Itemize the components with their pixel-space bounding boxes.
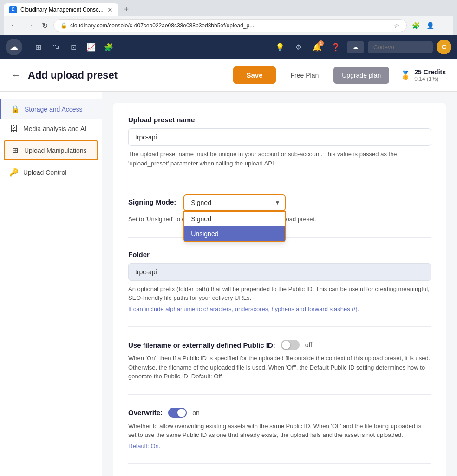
divider-5: [128, 463, 431, 464]
preset-name-group: Upload preset name The upload preset nam…: [128, 116, 431, 168]
account-search[interactable]: [368, 41, 433, 53]
nav-media-icon[interactable]: 🗂: [47, 39, 64, 55]
folder-input[interactable]: [128, 263, 431, 281]
profile-icon[interactable]: 👤: [424, 20, 437, 31]
tab-title: Cloudinary Management Conso...: [20, 7, 104, 13]
overwrite-default: Default: On.: [128, 442, 431, 451]
divider-3: [128, 326, 431, 327]
control-icon: 🔑: [9, 168, 19, 177]
tab-favicon: C: [9, 6, 17, 13]
credits-percent: 0.14 (1%): [414, 76, 446, 82]
option-unsigned-item[interactable]: Unsigned: [184, 226, 285, 241]
sidebar-item-manipulations-label: Upload Manipulations: [24, 147, 87, 154]
page-header: ← Add upload preset Save Free Plan Upgra…: [0, 59, 457, 92]
settings-icon[interactable]: ⚙: [291, 40, 306, 54]
use-filename-label: Use filename or externally defined Publi…: [128, 341, 275, 349]
divider-4: [128, 394, 431, 395]
preset-name-label: Upload preset name: [128, 116, 431, 124]
manipulations-icon: ⊞: [10, 146, 20, 155]
app-logo[interactable]: ☁: [6, 39, 22, 55]
overwrite-toggle[interactable]: [168, 408, 187, 418]
sidebar-item-media-analysis[interactable]: 🖼 Media analysis and AI: [0, 119, 102, 139]
bell-icon[interactable]: 💡: [273, 40, 287, 54]
back-button[interactable]: ←: [7, 20, 20, 32]
close-tab-icon[interactable]: ✕: [107, 6, 113, 13]
bookmark-icon: ☆: [394, 22, 400, 29]
content-card: Upload preset name The upload preset nam…: [113, 103, 446, 476]
use-filename-toggle[interactable]: [281, 340, 300, 350]
use-filename-group: Use filename or externally defined Publi…: [128, 340, 431, 381]
use-filename-row: Use filename or externally defined Publi…: [128, 340, 431, 350]
sidebar-item-upload-control[interactable]: 🔑 Upload Control: [0, 162, 102, 182]
signing-mode-label: Signing Mode:: [128, 194, 176, 206]
folder-help1: An optional prefix (folder path) that wi…: [128, 284, 431, 303]
signing-mode-dropdown-wrapper: Signed Unsigned ▼ Signed Unsigned: [183, 194, 286, 211]
overwrite-row: Overwrite: on: [128, 408, 431, 418]
sidebar: 🔒 Storage and Access 🖼 Media analysis an…: [0, 92, 102, 476]
credits-info: 🏅 25 Credits 0.14 (1%): [400, 68, 446, 82]
cloud-icon: ☁: [353, 44, 359, 51]
overwrite-group: Overwrite: on Whether to allow overwriti…: [128, 408, 431, 451]
upgrade-plan-button[interactable]: Upgrade plan: [333, 67, 389, 84]
forward-button[interactable]: →: [23, 20, 36, 32]
credits-amount: 25 Credits: [414, 68, 446, 76]
overwrite-toggle-knob: [177, 409, 186, 417]
notification-button[interactable]: 🔔 1: [310, 40, 325, 54]
signing-mode-row: Signing Mode: Signed Unsigned ▼ Signed U…: [128, 194, 431, 211]
back-button[interactable]: ←: [11, 70, 20, 80]
sidebar-item-storage-access[interactable]: 🔒 Storage and Access: [0, 99, 102, 119]
media-icon: 🖼: [9, 125, 19, 133]
new-tab-button[interactable]: +: [120, 3, 133, 16]
cloud-dropdown[interactable]: ☁: [347, 41, 364, 53]
signing-mode-select[interactable]: Signed Unsigned: [183, 194, 286, 211]
nav-extensions-icon[interactable]: 🧩: [100, 39, 117, 55]
nav-transform-icon[interactable]: ⊡: [65, 39, 82, 55]
refresh-button[interactable]: ↻: [39, 20, 51, 32]
overwrite-help: Whether to allow overwriting existing as…: [128, 422, 431, 440]
url-text: cloudinary.com/console/c-d07ceb022ae08c3…: [70, 22, 391, 29]
main-layout: 🔒 Storage and Access 🖼 Media analysis an…: [0, 92, 457, 476]
free-plan-badge: Free Plan: [283, 68, 326, 83]
folder-group: Folder An optional prefix (folder path) …: [128, 251, 431, 314]
signing-mode-popup: Signed Unsigned: [183, 211, 286, 242]
folder-label: Folder: [128, 251, 431, 258]
nav-home-icon[interactable]: ⊞: [30, 39, 46, 55]
nav-chart-icon[interactable]: 📈: [83, 39, 99, 55]
app-topbar: ☁ ⊞ 🗂 ⊡ 📈 🧩 💡 ⚙ 🔔 1 ❓ ☁ C: [0, 35, 457, 59]
app-topbar-right: 💡 ⚙ 🔔 1 ❓ ☁ C: [273, 40, 451, 54]
app-nav-icons: ⊞ 🗂 ⊡ 📈 🧩: [30, 39, 117, 55]
url-bar[interactable]: 🔒 cloudinary.com/console/c-d07ceb022ae08…: [53, 19, 407, 32]
option-signed-item[interactable]: Signed: [184, 212, 285, 226]
notification-badge: 1: [318, 40, 324, 46]
sidebar-item-control-label: Upload Control: [23, 169, 66, 176]
preset-name-help: The upload preset name must be unique in…: [128, 150, 431, 168]
extensions-icon[interactable]: 🧩: [410, 20, 422, 31]
user-avatar[interactable]: C: [437, 40, 451, 54]
overwrite-status: on: [192, 409, 200, 416]
toggle-knob: [282, 341, 290, 349]
sidebar-item-upload-manipulations[interactable]: ⊞ Upload Manipulations: [4, 140, 98, 160]
signing-mode-group: Signing Mode: Signed Unsigned ▼ Signed U…: [128, 194, 431, 224]
browser-tab[interactable]: C Cloudinary Management Conso... ✕: [4, 3, 118, 16]
content-area: Upload preset name The upload preset nam…: [102, 92, 457, 476]
sidebar-item-storage-label: Storage and Access: [25, 106, 83, 113]
lock-icon: 🔒: [60, 22, 67, 29]
use-filename-status: off: [305, 341, 312, 349]
help-icon[interactable]: ❓: [328, 40, 343, 54]
page-title: Add upload preset: [28, 69, 226, 81]
storage-icon: 🔒: [11, 105, 20, 113]
save-button[interactable]: Save: [233, 66, 275, 84]
preset-name-input[interactable]: [128, 128, 431, 146]
divider-1: [128, 181, 431, 181]
overwrite-label: Overwrite:: [128, 409, 163, 416]
sidebar-item-media-label: Media analysis and AI: [23, 125, 86, 132]
menu-icon[interactable]: ⋮: [438, 20, 450, 31]
use-filename-help: When 'On', then if a Public ID is specif…: [128, 354, 431, 381]
folder-help2: It can include alphanumeric characters, …: [128, 304, 431, 314]
credits-icon: 🏅: [400, 70, 411, 80]
